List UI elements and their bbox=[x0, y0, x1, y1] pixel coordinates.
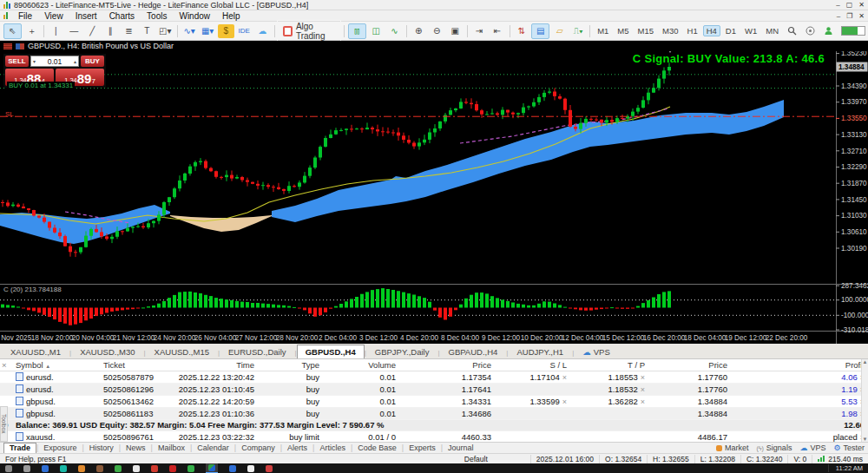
timeframe-h4[interactable]: H4 bbox=[703, 25, 720, 36]
indicators-menu-icon[interactable]: ∿▾ bbox=[181, 24, 198, 38]
column-header-t-p[interactable]: T / P bbox=[570, 359, 648, 371]
toolbox-tab-exposure[interactable]: Exposure bbox=[38, 443, 82, 452]
panel-button-market[interactable]: Market bbox=[716, 443, 749, 452]
timeframe-w1[interactable]: W1 bbox=[741, 25, 760, 36]
menu-insert[interactable]: Insert bbox=[69, 11, 103, 21]
line-chart-icon[interactable]: ∿ bbox=[386, 24, 403, 38]
column-header-s-l[interactable]: S / L bbox=[495, 359, 570, 371]
column-header-ticket[interactable]: Ticket bbox=[100, 359, 174, 371]
chart-tab-gbpjpy-daily[interactable]: GBPJPY.,Daily bbox=[366, 345, 438, 358]
minimize-icon[interactable]: – bbox=[836, 1, 839, 9]
new-chart-icon[interactable]: ⎍▾ bbox=[569, 24, 586, 38]
auto-arrange-icon[interactable]: ⇅ bbox=[513, 24, 529, 38]
remove-sl-icon[interactable]: × bbox=[562, 373, 567, 382]
buy-button[interactable]: BUY bbox=[81, 56, 104, 67]
toolbox-tab-code-base[interactable]: Code Base bbox=[352, 443, 402, 452]
cloud-icon[interactable]: ☁ bbox=[254, 24, 271, 38]
toolbox-tab-news[interactable]: News bbox=[121, 443, 151, 452]
timeframe-h1[interactable]: H1 bbox=[684, 25, 701, 36]
toolbox-tab-experts[interactable]: Experts bbox=[404, 443, 441, 452]
chart-tab-xauusd-m15[interactable]: XAUUSD.,M15 bbox=[146, 345, 218, 358]
taskbar-app-icon[interactable] bbox=[151, 465, 158, 472]
remove-tp-icon[interactable]: × bbox=[641, 397, 645, 406]
volume-input[interactable]: ▾ 0.01 ▴ bbox=[30, 56, 79, 67]
toolbox-tab-journal[interactable]: Journal bbox=[443, 443, 479, 452]
taskbar-app-icon[interactable] bbox=[115, 465, 122, 472]
price-chart-svg[interactable]: 1.352301.343901.339701.335501.331301.327… bbox=[0, 41, 868, 344]
column-header-profit[interactable]: Profit bbox=[731, 359, 868, 371]
sell-button[interactable]: SELL bbox=[5, 56, 29, 67]
toolbox-tab-articles[interactable]: Articles bbox=[314, 443, 351, 452]
taskbar-app-icon[interactable] bbox=[266, 465, 273, 472]
toolbox-tab-trade[interactable]: Trade bbox=[3, 443, 36, 454]
vertical-line-tool-icon[interactable]: | bbox=[48, 24, 64, 38]
column-header-symbol[interactable]: Symbol ▲ bbox=[12, 359, 100, 371]
algo-trading-button[interactable]: Algo Trading bbox=[277, 20, 341, 43]
taskbar-app-icon[interactable] bbox=[96, 465, 103, 472]
timeframe-m5[interactable]: M5 bbox=[614, 25, 632, 36]
close-icon[interactable]: ✕ bbox=[858, 1, 865, 9]
column-header-price[interactable]: Price bbox=[399, 359, 495, 371]
chart-tab-gbpaud-h4[interactable]: GBPAUD.,H4 bbox=[440, 345, 507, 358]
menu-view[interactable]: View bbox=[38, 11, 69, 21]
timeframe-mn[interactable]: MN bbox=[762, 25, 782, 36]
crosshair-tool-icon[interactable]: ＋ bbox=[23, 24, 40, 38]
table-row[interactable]: eurusd.502508612962025.12.23 01:10:45buy… bbox=[0, 384, 868, 396]
chart-tab-xauusd-m30[interactable]: XAUUSD.,M30 bbox=[71, 345, 143, 358]
table-row[interactable]: gbpusd.502506134622025.12.22 14:20:59buy… bbox=[0, 396, 868, 408]
maximize-icon[interactable]: ▢ bbox=[846, 1, 853, 9]
child-restore-icon[interactable]: ❐ bbox=[846, 12, 852, 20]
taskbar-app-icon[interactable] bbox=[5, 465, 12, 472]
menu-help[interactable]: Help bbox=[216, 11, 247, 21]
taskbar-app-icon[interactable] bbox=[42, 465, 49, 472]
chart-tab-eurusd-daily[interactable]: EURUSD.,Daily bbox=[220, 345, 295, 358]
menu-file[interactable]: File bbox=[12, 11, 38, 21]
timeframe-m1[interactable]: M1 bbox=[594, 25, 612, 36]
taskbar-app-icon[interactable] bbox=[23, 465, 30, 472]
profiles-folder-icon[interactable]: ▱ bbox=[551, 24, 568, 38]
windows-taskbar[interactable]: 11:22 AM bbox=[0, 463, 868, 473]
taskbar-app-icon[interactable] bbox=[78, 465, 85, 472]
trendline-tool-icon[interactable]: ╱ bbox=[84, 24, 101, 38]
zoom-out-icon[interactable]: ⊖ bbox=[429, 24, 445, 38]
new-order-icon[interactable]: $ bbox=[218, 24, 234, 38]
toolbox-scrollbar[interactable]: ▲▼ bbox=[861, 359, 868, 442]
column-header-time[interactable]: Time bbox=[174, 359, 258, 371]
dock-panel-icon[interactable]: ▤ bbox=[531, 23, 549, 39]
toolbox-tab-mailbox[interactable]: Mailbox bbox=[153, 443, 190, 452]
column-header-type[interactable]: Type bbox=[258, 359, 323, 371]
chart-tab-gbpusd-h4[interactable]: GBPUSD.,H4 bbox=[297, 345, 365, 358]
chart-tab-audjpy-h1[interactable]: AUDJPY.,H1 bbox=[508, 345, 572, 358]
toolbox-tab-company[interactable]: Company bbox=[236, 443, 280, 452]
remove-tp-icon[interactable]: × bbox=[641, 373, 645, 382]
metaeditor-icon[interactable]: IDE bbox=[236, 24, 253, 38]
equidistant-channel-icon[interactable]: ≣ bbox=[121, 24, 137, 38]
remove-tp-icon[interactable]: × bbox=[641, 385, 645, 394]
tile-windows-icon[interactable]: ▣ bbox=[447, 24, 464, 38]
timeframe-d1[interactable]: D1 bbox=[722, 25, 740, 36]
panel-button-tester[interactable]: ⚙Tester bbox=[833, 443, 865, 452]
shift-end-icon[interactable]: ⇥ bbox=[471, 24, 488, 38]
toolbox-tab-history[interactable]: History bbox=[84, 443, 119, 452]
zoom-in-icon[interactable]: ⊕ bbox=[411, 24, 427, 38]
chart-tab-xauusd-m1[interactable]: XAUUSD.,M1 bbox=[2, 345, 69, 358]
search-icon[interactable] bbox=[784, 24, 800, 38]
column-header-price[interactable]: Price bbox=[648, 359, 731, 371]
account-icon[interactable] bbox=[820, 24, 837, 38]
menu-tools[interactable]: Tools bbox=[141, 11, 173, 21]
toolbox-close-icon[interactable]: × bbox=[0, 359, 12, 371]
candlestick-chart-icon[interactable]: ◫ bbox=[368, 24, 385, 38]
toolbox-tab-alerts[interactable]: Alerts bbox=[282, 443, 312, 452]
shapes-tool-icon[interactable]: ◰▾ bbox=[157, 24, 174, 38]
taskbar-app-icon[interactable] bbox=[229, 465, 236, 472]
scroll-up-icon[interactable]: ▲ bbox=[863, 359, 868, 365]
taskbar-app-icon[interactable] bbox=[60, 465, 67, 472]
table-row[interactable]: gbpusd.502508611832025.12.23 01:10:36buy… bbox=[0, 408, 868, 420]
timeframe-m30[interactable]: M30 bbox=[659, 25, 681, 36]
horizontal-line-tool-icon[interactable]: — bbox=[66, 24, 82, 38]
toolbox-tab-calendar[interactable]: Calendar bbox=[192, 443, 234, 452]
panel-button-signals[interactable]: (ϟ)Signals bbox=[756, 443, 792, 452]
text-tool-icon[interactable]: T bbox=[139, 24, 155, 38]
panel-button-vps[interactable]: ☁VPS bbox=[799, 443, 825, 452]
help-icon[interactable] bbox=[802, 24, 819, 38]
